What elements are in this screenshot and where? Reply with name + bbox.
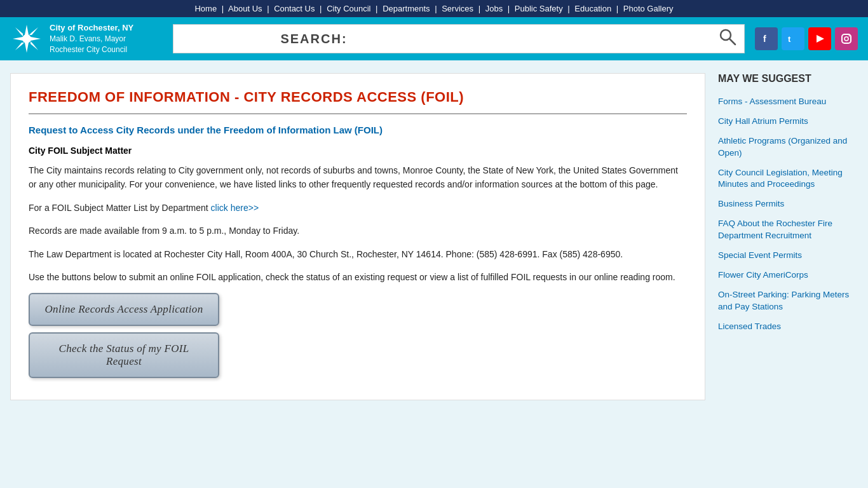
nav-sep6: |: [478, 4, 480, 13]
sidebar-link-flowercity[interactable]: Flower City AmeriCorps: [718, 269, 858, 281]
main-wrapper: FREEDOM OF INFORMATION - CITY RECORDS AC…: [0, 60, 868, 413]
nav-jobs[interactable]: Jobs: [485, 4, 503, 13]
nav-contact[interactable]: Contact Us: [274, 4, 315, 13]
svg-text:f: f: [763, 34, 766, 44]
subtitle-link[interactable]: Request to Access City Records under the…: [29, 125, 687, 135]
twitter-icon[interactable]: t: [782, 27, 804, 50]
para2: For a FOIL Subject Matter List by Depart…: [29, 201, 687, 215]
sidebar-link-forms[interactable]: Forms - Assessment Bureau: [718, 96, 858, 108]
para5: Use the buttons below to submit an onlin…: [29, 270, 687, 284]
youtube-icon[interactable]: [808, 27, 831, 50]
svg-point-15: [844, 37, 848, 41]
logo-area: City of Rochester, NY Malik D. Evans, Ma…: [10, 22, 163, 55]
svg-point-16: [849, 36, 850, 37]
nav-photogallery[interactable]: Photo Gallery: [623, 4, 674, 13]
online-records-button[interactable]: Online Records Access Application: [29, 293, 219, 326]
city-name: City of Rochester, NY: [50, 22, 133, 34]
logo-text: City of Rochester, NY Malik D. Evans, Ma…: [50, 22, 133, 55]
nav-services[interactable]: Services: [442, 4, 473, 13]
instagram-icon[interactable]: [835, 27, 858, 50]
svg-marker-7: [15, 43, 24, 50]
nav-sep5: |: [435, 4, 437, 13]
svg-point-8: [22, 34, 31, 43]
para3: Records are made available from 9 a.m. t…: [29, 224, 687, 238]
nav-sep8: |: [567, 4, 569, 13]
svg-marker-13: [817, 35, 824, 43]
para4: The Law Department is located at Rochest…: [29, 247, 687, 261]
sidebar-link-licensed[interactable]: Licensed Trades: [718, 321, 858, 333]
search-bar[interactable]: SEARCH:: [173, 24, 745, 53]
svg-line-10: [729, 39, 735, 44]
site-header: City of Rochester, NY Malik D. Evans, Ma…: [0, 17, 868, 60]
nav-sep: |: [222, 4, 224, 13]
city-logo-icon: [10, 22, 43, 55]
svg-text:t: t: [788, 34, 791, 44]
nav-education[interactable]: Education: [574, 4, 611, 13]
nav-about[interactable]: About Us: [228, 4, 262, 13]
check-status-button[interactable]: Check the Status of my FOIL Request: [29, 332, 219, 378]
nav-sep2: |: [267, 4, 269, 13]
nav-departments[interactable]: Departments: [383, 4, 430, 13]
svg-marker-5: [31, 41, 38, 50]
facebook-icon[interactable]: f: [755, 27, 778, 50]
nav-home[interactable]: Home: [194, 4, 217, 13]
main-content: FREEDOM OF INFORMATION - CITY RECORDS AC…: [10, 73, 705, 400]
nav-publicsafety[interactable]: Public Safety: [515, 4, 563, 13]
sidebar: MAY WE SUGGEST Forms - Assessment Bureau…: [718, 73, 858, 400]
para1: The City maintains records relating to C…: [29, 163, 687, 192]
sidebar-link-athletic[interactable]: Athletic Programs (Organized and Open): [718, 135, 858, 159]
nav-sep9: |: [616, 4, 618, 13]
sidebar-link-faq[interactable]: FAQ About the Rochester Fire Department …: [718, 218, 858, 242]
mayor-name: Malik D. Evans, Mayor: [50, 34, 133, 44]
sidebar-link-business[interactable]: Business Permits: [718, 198, 858, 210]
sidebar-link-parking[interactable]: On-Street Parking: Parking Meters and Pa…: [718, 289, 858, 313]
sidebar-link-special[interactable]: Special Event Permits: [718, 250, 858, 262]
search-label: SEARCH:: [181, 32, 447, 46]
search-icon[interactable]: [719, 28, 736, 50]
page-title: FREEDOM OF INFORMATION - CITY RECORDS AC…: [29, 89, 687, 114]
sidebar-title: MAY WE SUGGEST: [718, 73, 858, 87]
top-navigation: Home | About Us | Contact Us | City Coun…: [0, 0, 868, 17]
svg-marker-6: [29, 27, 38, 35]
nav-sep7: |: [508, 4, 510, 13]
para2-prefix: For a FOIL Subject Matter List by Depart…: [29, 203, 211, 213]
subject-matter-title: City FOIL Subject Matter: [29, 146, 687, 156]
nav-sep3: |: [320, 4, 322, 13]
foil-subject-link[interactable]: click here>>: [211, 203, 259, 213]
social-icons: f t: [755, 27, 858, 50]
search-input[interactable]: [453, 33, 719, 44]
council-name: Rochester City Council: [50, 44, 133, 55]
svg-marker-4: [15, 27, 23, 36]
nav-citycouncil[interactable]: City Council: [327, 4, 370, 13]
nav-sep4: |: [376, 4, 377, 13]
sidebar-link-citycouncil[interactable]: City Council Legislation, Meeting Minute…: [718, 167, 858, 191]
sidebar-link-cityhall[interactable]: City Hall Atrium Permits: [718, 116, 858, 128]
